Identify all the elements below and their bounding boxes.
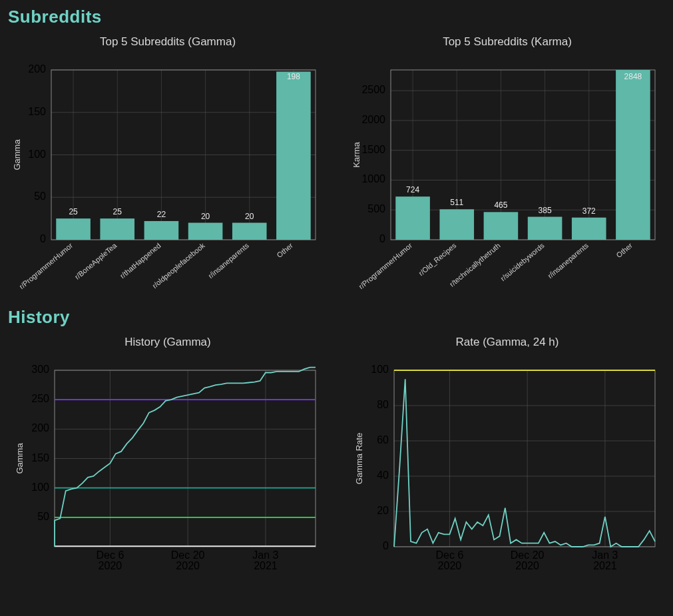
bar [188,223,223,240]
bar-chart-svg: 0501001502002525222020198r/ProgrammerHum… [8,57,328,303]
bar [484,212,519,240]
svg-text:50: 50 [34,190,46,202]
bar-chart-svg: 050010001500200025007245114653853722848r… [347,57,667,303]
chart-top-gamma: Top 5 Subreddits (Gamma) 050100150200252… [8,33,328,303]
bar [572,218,606,240]
x-category-label: r/BoneAppleTea [73,241,118,281]
chart-title: Top 5 Subreddits (Gamma) [8,35,328,49]
x-tick-sublabel: 2020 [438,560,462,571]
svg-text:0: 0 [40,233,46,244]
svg-text:1500: 1500 [361,144,385,155]
svg-text:2000: 2000 [361,114,385,125]
bar-value-label: 20 [245,212,254,221]
bar-value-label: 465 [494,200,507,210]
svg-text:100: 100 [371,364,389,375]
svg-text:20: 20 [377,505,389,516]
y-axis-label: Gamma [12,139,22,170]
bar [276,72,311,240]
section-heading-history: History [8,307,665,328]
bar [439,209,474,240]
svg-text:100: 100 [31,481,49,493]
bar-value-label: 724 [406,185,419,194]
bar-value-label: 25 [69,207,78,216]
svg-text:250: 250 [31,393,49,404]
x-tick-sublabel: 2020 [176,560,200,571]
svg-text:60: 60 [377,434,389,446]
svg-text:300: 300 [31,364,49,375]
y-axis-label: Gamma [15,443,25,474]
bar-value-label: 25 [113,207,122,216]
bar-value-label: 372 [582,206,596,216]
chart-top-karma: Top 5 Subreddits (Karma) 050010001500200… [347,33,667,303]
chart-title: History (Gamma) [8,336,328,349]
bar [616,70,650,240]
bar-value-label: 20 [201,212,210,221]
x-tick-sublabel: 2021 [593,560,617,571]
svg-text:1000: 1000 [361,173,385,184]
svg-text:150: 150 [28,106,46,117]
x-category-label: r/insaneparents [546,241,590,280]
x-tick-sublabel: 2020 [515,560,539,571]
svg-text:150: 150 [31,452,49,463]
x-category-label: Other [275,241,294,259]
x-category-label: r/suicidebywords [499,241,546,282]
x-category-label: r/Old_Recipes [417,241,457,277]
x-category-label: r/ProgrammerHumor [17,241,74,290]
bar [56,218,91,240]
svg-text:500: 500 [367,203,385,214]
x-tick-label: Dec 20 [171,549,205,561]
x-tick-label: Dec 20 [511,549,545,561]
bar-value-label: 2848 [624,72,642,81]
line-series [394,379,655,547]
svg-text:200: 200 [31,422,49,434]
x-category-label: r/ProgrammerHumor [357,241,413,290]
x-tick-label: Dec 6 [97,549,124,561]
bar [395,196,430,240]
bar [144,221,179,240]
chart-title: Rate (Gamma, 24 h) [347,336,667,349]
bar [528,217,562,240]
y-axis-label: Gamma Rate [354,433,364,484]
section-heading-subreddits: Subreddits [8,7,665,27]
line-chart-svg: 020406080100Dec 62020Dec 202020Jan 32021… [347,357,667,590]
svg-text:0: 0 [383,540,389,551]
line-chart-svg: 50100150200250300Dec 62020Dec 202020Jan … [8,357,328,590]
bar [232,223,267,240]
chart-rate-gamma: Rate (Gamma, 24 h) 020406080100Dec 62020… [347,333,667,590]
x-tick-label: Jan 3 [592,549,618,561]
x-tick-sublabel: 2020 [99,560,122,571]
x-category-label: r/insaneparents [206,241,250,280]
svg-text:0: 0 [379,233,385,244]
chart-history-gamma: History (Gamma) 50100150200250300Dec 620… [8,333,328,590]
x-category-label: Other [614,241,634,259]
svg-text:100: 100 [28,149,46,160]
x-tick-label: Dec 6 [436,549,464,561]
bar-value-label: 198 [287,72,300,81]
bar [100,218,134,240]
x-category-label: r/thatHappened [118,241,162,280]
svg-rect-67 [394,370,655,547]
svg-text:50: 50 [37,511,49,522]
svg-text:40: 40 [377,469,389,481]
x-tick-sublabel: 2021 [254,560,278,571]
chart-title: Top 5 Subreddits (Karma) [347,35,667,49]
y-axis-label: Karma [351,142,361,168]
x-tick-label: Jan 3 [252,549,278,561]
bar-value-label: 22 [157,210,166,219]
svg-text:200: 200 [28,63,46,75]
line-series [55,368,316,547]
svg-rect-35 [391,70,655,240]
svg-text:2500: 2500 [361,84,385,95]
bar-value-label: 385 [539,206,552,215]
bar-value-label: 511 [450,198,463,207]
svg-text:80: 80 [377,399,389,410]
